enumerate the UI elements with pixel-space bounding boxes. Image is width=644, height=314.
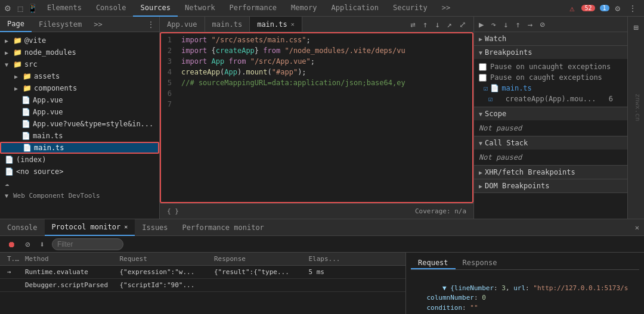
settings-icon[interactable]: ⚙ [613,2,623,14]
bottom-tab-protocol-monitor[interactable]: Protocol monitor ✕ [45,219,135,236]
bottom-right-tab-response[interactable]: Response [456,257,504,269]
table-row-1[interactable]: Debugger.scriptParsed {"scriptId":"90"..… [0,279,405,292]
tab-network[interactable]: Network [178,0,222,17]
pause-uncaught-checkbox[interactable] [479,63,487,71]
breakpoints-header[interactable]: ▼ Breakpoints [474,46,627,59]
top-bar-tabs: ⚙ ⬚ 📱 Elements Console Sources Network P… [0,0,562,17]
tree-label-components: components [34,84,77,92]
pause-caught-checkbox[interactable] [479,74,487,82]
resume-icon[interactable]: ▶ [476,18,486,30]
step-over-icon[interactable]: ↷ [488,18,498,30]
bottom-tab-issues[interactable]: Issues [135,219,175,236]
editor-tab-close[interactable]: ✕ [291,21,295,27]
tree-item-src[interactable]: ▼ 📁 src [0,58,159,70]
clear-icon[interactable]: ⊘ [23,238,32,250]
pause-caught-item[interactable]: Pause on caught exceptions [479,72,623,83]
watch-header[interactable]: ▶ Watch [474,32,627,45]
tree-label-assets: assets [34,72,60,80]
xhr-arrow: ▶ [479,169,482,176]
device-icon[interactable]: 📱 [25,4,40,13]
step-into-icon[interactable]: ↓ [501,18,510,30]
tree-item-vite[interactable]: ▶ 📁 @vite [0,35,159,46]
scope-header[interactable]: ▼ Scope [474,107,627,120]
tree-label-main-ts-1: main.ts [33,132,63,140]
bottom-right-content: ▼ {lineNumber: 3, url: "http://127.0.0.1… [411,273,639,314]
deactivate-bp-icon[interactable]: ⊘ [537,18,547,30]
tree-item-node-modules[interactable]: ▶ 📁 node_modules [0,46,159,58]
breakpoint-file-item[interactable]: ☑ 📄 main.ts [479,83,623,94]
more-options-icon[interactable]: ⋮ [626,2,639,14]
line-num-3: 3 [162,56,172,67]
sidebar-toggle-icon[interactable]: ⊞ [631,21,640,33]
down-icon[interactable]: ↓ [432,18,442,30]
sidebar-tab-page[interactable]: Page [0,17,32,32]
bottom-tab-protocol-close[interactable]: ✕ [124,223,128,230]
bottom-close-icon[interactable]: ✕ [630,223,644,232]
tree-arrow-node-modules: ▶ [5,49,12,56]
sidebar-tabs-more[interactable]: >> [89,20,107,29]
table-row-0[interactable]: → Runtime.evaluate {"expression":"w... {… [0,266,405,279]
row0-type: → [5,268,23,276]
step-out-icon[interactable]: ↑ [513,18,522,30]
sync-icon[interactable]: ⇄ [408,18,417,30]
tab-more[interactable]: >> [435,0,457,17]
xhr-header[interactable]: ▶ XHR/fetch Breakpoints [474,166,627,179]
tree-item-app-vue-1[interactable]: 📄 App.vue [0,94,159,106]
bottom-right-tab-request[interactable]: Request [411,257,456,269]
sidebar-menu-icon[interactable]: ⋮ [143,20,159,29]
file-sidebar: Page Filesystem >> ⋮ ▶ 📁 @vite ▶ 📁 node_… [0,17,160,219]
bottom-tab-console[interactable]: Console [0,219,45,236]
filter-input[interactable] [52,238,123,250]
code-lines[interactable]: import "/src/assets/main.css"; import {c… [177,32,473,203]
up-icon[interactable]: ↑ [420,18,430,30]
tab-security[interactable]: Security [386,0,435,17]
dom-label: DOM Breakpoints [485,182,549,190]
tab-console[interactable]: Console [89,0,134,17]
deactivate-icon[interactable]: ↗ [445,18,454,30]
pause-uncaught-item[interactable]: Pause on uncaught exceptions [479,61,623,72]
row1-method: Debugger.scriptParsed [23,281,117,289]
file-icon-index: 📄 [5,156,14,164]
tree-item-network[interactable]: ☁ [0,178,159,189]
breakpoints-content: Pause on uncaught exceptions Pause on ca… [474,59,627,107]
file-icon-no-source: 📄 [5,167,14,176]
tab-elements[interactable]: Elements [40,0,89,17]
code-line-1: import "/src/assets/main.css"; [181,35,469,45]
tree-item-app-vue-2[interactable]: 📄 App.vue [0,106,159,118]
code-line-4: createApp(App).mount("#app"); [181,67,469,77]
tree-label-index: (index) [16,156,47,164]
row0-elapsed: 5 ms [306,268,401,276]
download-icon[interactable]: ⬇ [37,238,47,250]
editor-tab-app-vue[interactable]: App.vue [160,17,205,32]
tree-item-app-vue-style[interactable]: 📄 App.vue?vue&type=style&in... [0,118,159,130]
col-method: Method [23,255,117,263]
xhr-label: XHR/fetch Breakpoints [485,168,575,176]
tree-item-main-ts-1[interactable]: 📄 main.ts [0,130,159,142]
record-icon[interactable]: ⏺ [5,238,18,250]
step-icon[interactable]: → [525,18,535,30]
tree-item-web-component[interactable]: ▼ Web Component DevTools [0,189,159,201]
tab-sources[interactable]: Sources [133,0,178,17]
code-line-2: import {createApp} from "/node_modules/.… [181,45,469,56]
ts-icon-selected: 📄 [23,144,32,152]
callstack-header[interactable]: ▼ Call Stack [474,136,627,150]
tab-memory[interactable]: Memory [284,0,324,17]
breakpoint-sub-item[interactable]: ☑ createApp(App).mou... 6 [479,94,623,104]
editor-tab-main-ts-active[interactable]: main.ts ✕ [250,17,302,32]
tree-item-no-source[interactable]: 📄 <no source> [0,166,159,178]
dom-header[interactable]: ▶ DOM Breakpoints [474,179,627,192]
tab-performance[interactable]: Performance [222,0,284,17]
tree-item-components[interactable]: ▶ 📁 components [0,82,159,94]
bottom-tab-perf-monitor[interactable]: Performance monitor [175,219,271,236]
tree-item-main-ts-selected[interactable]: 📄 main.ts [0,142,159,154]
callstack-not-paused: Not paused [474,150,627,165]
sidebar-tab-filesystem[interactable]: Filesystem [32,17,89,32]
devtools-icon: ⚙ [0,2,16,14]
inspect-icon[interactable]: ⬚ [16,4,25,13]
tree-item-index[interactable]: 📄 (index) [0,154,159,166]
tab-application[interactable]: Application [324,0,385,17]
expand-icon[interactable]: ⤢ [457,18,469,30]
editor-tab-main-ts-1[interactable]: main.ts [205,17,250,32]
network-icon: ☁ [5,179,9,188]
tree-item-assets[interactable]: ▶ 📁 assets [0,70,159,82]
